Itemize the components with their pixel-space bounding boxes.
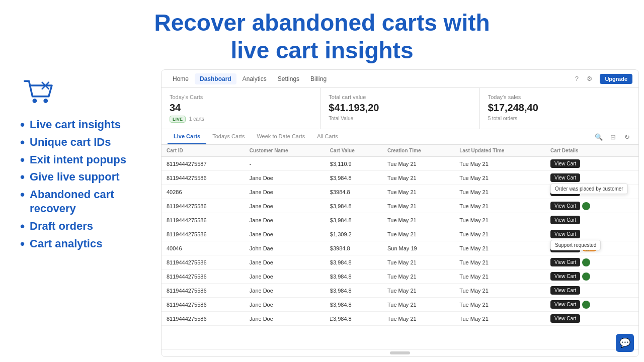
green-badge xyxy=(582,258,590,266)
stat-cart-value: Total cart value $41.193,20 Total Value xyxy=(320,88,479,129)
order-tooltip: Order was placed by customer xyxy=(550,184,628,194)
cell-creation-time: Tue May 21 xyxy=(382,269,454,284)
nav-analytics[interactable]: Analytics xyxy=(237,73,272,84)
hero-header: Recover abandoned carts with live cart i… xyxy=(0,0,644,69)
view-cart-button[interactable]: View Cart xyxy=(550,286,580,295)
col-cart-value: Cart Value xyxy=(325,145,382,157)
nav-dashboard[interactable]: Dashboard xyxy=(195,73,236,84)
filter-icon[interactable]: ⊟ xyxy=(607,131,618,142)
cell-cart-value: $3984.8 xyxy=(325,241,382,255)
view-cart-button[interactable]: View Cart xyxy=(550,202,580,210)
bullet-item-6: Draft orders xyxy=(20,219,151,234)
view-cart-button[interactable]: View Cart xyxy=(550,230,580,238)
settings-icon[interactable]: ⚙ xyxy=(585,74,595,84)
tab-week-carts[interactable]: Week to Date Carts xyxy=(251,129,311,144)
cell-customer-name: - xyxy=(245,157,325,171)
tab-all-carts[interactable]: All Carts xyxy=(311,129,344,144)
table-row: 8119444275586 Jane Doe $3,984.8 Tue May … xyxy=(162,255,638,269)
view-cart-button[interactable]: View Cart xyxy=(550,272,580,281)
green-badge xyxy=(582,301,590,309)
table-area: Live Carts Todays Carts Week to Date Car… xyxy=(162,129,638,356)
stat-sales-label: Today's sales xyxy=(488,94,630,100)
cell-updated-time: Tue May 21 xyxy=(454,213,545,227)
tab-row: Live Carts Todays Carts Week to Date Car… xyxy=(162,129,638,145)
stat-sales: Today's sales $17,248,40 5 total orders xyxy=(480,88,638,129)
cell-cart-id: 8119444275586 xyxy=(162,298,245,312)
cell-customer-name: Jane Doe xyxy=(245,213,325,227)
stat-carts-value: 34 xyxy=(170,102,312,114)
cell-creation-time: Tue May 21 xyxy=(382,227,454,241)
cell-customer-name: Jane Doe xyxy=(245,185,325,199)
bullet-item-3: Exit intent popups xyxy=(20,153,151,167)
cell-creation-time: Tue May 21 xyxy=(382,284,454,298)
view-cart-button[interactable]: View Cart xyxy=(550,159,580,168)
table-row: 8119444275586 Jane Doe $1,309.2 Tue May … xyxy=(162,227,638,241)
cell-cart-details: View Cart xyxy=(545,312,638,326)
cell-cart-details: View Cart xyxy=(545,199,638,213)
nav-billing[interactable]: Billing xyxy=(305,73,332,84)
cell-customer-name: Jane Doe xyxy=(245,227,325,241)
tab-live-carts[interactable]: Live Carts xyxy=(168,129,206,144)
live-badge: LIVE xyxy=(170,116,186,123)
upgrade-button[interactable]: Upgrade xyxy=(600,74,632,84)
cell-cart-details: View Cart xyxy=(545,269,638,284)
cell-updated-time: Tue May 21 xyxy=(454,312,545,326)
scroll-thumb xyxy=(390,351,410,354)
tab-todays-carts[interactable]: Todays Carts xyxy=(206,129,251,144)
cell-updated-time: Tue May 21 xyxy=(454,199,545,213)
col-customer-name: Customer Name xyxy=(245,145,325,157)
left-panel: Live cart insights Unique cart IDs Exit … xyxy=(0,69,161,362)
view-cart-button[interactable]: View Cart xyxy=(550,216,580,224)
cell-creation-time: Tue May 21 xyxy=(382,298,454,312)
view-cart-button[interactable]: View Cart xyxy=(550,173,580,182)
green-badge xyxy=(582,202,590,210)
cell-cart-value: $3,984.8 xyxy=(325,298,382,312)
stat-sales-value: $17,248,40 xyxy=(488,102,630,114)
view-cart-button[interactable]: View Cart xyxy=(550,300,580,309)
stats-row: Today's Carts 34 LIVE 1 carts Total cart… xyxy=(162,88,638,129)
cell-cart-id: 8119444275586 xyxy=(162,199,245,213)
cell-cart-details: View Cart xyxy=(545,213,638,227)
feature-list: Live cart insights Unique cart IDs Exit … xyxy=(20,118,151,254)
cell-cart-value: $3,984.8 xyxy=(325,255,382,269)
cell-updated-time: Tue May 21 xyxy=(454,171,545,185)
stat-cart-value-value: $41.193,20 xyxy=(329,102,471,114)
nav-icon-group: ? ⚙ xyxy=(572,74,595,84)
stat-cart-value-sub: Total Value xyxy=(329,116,471,121)
search-icon[interactable]: 🔍 xyxy=(593,131,604,142)
cell-updated-time: Tue May 21 xyxy=(454,185,545,199)
table-row: 8119444275587 - $3,110.9 Tue May 21 Tue … xyxy=(162,157,638,171)
cell-cart-id: 40286 xyxy=(162,185,245,199)
cell-cart-id: 8119444275586 xyxy=(162,171,245,185)
chat-button[interactable]: 💬 xyxy=(616,334,634,352)
table-row: 8119444275586 Jane Doe £3,984.8 Tue May … xyxy=(162,312,638,326)
right-panel: Home Dashboard Analytics Settings Billin… xyxy=(161,69,644,362)
refresh-icon[interactable]: ↻ xyxy=(621,131,632,142)
cell-creation-time: Sun May 19 xyxy=(382,241,454,255)
cell-cart-id: 8119444275586 xyxy=(162,284,245,298)
cart-icon xyxy=(20,74,55,110)
cell-customer-name: Jane Doe xyxy=(245,171,325,185)
cell-cart-id: 8119444275587 xyxy=(162,157,245,171)
bullet-item-2: Unique cart IDs xyxy=(20,135,151,150)
help-icon[interactable]: ? xyxy=(572,74,582,84)
nav-settings[interactable]: Settings xyxy=(273,73,304,84)
cell-creation-time: Tue May 21 xyxy=(382,312,454,326)
cell-cart-value: $3,984.8 xyxy=(325,213,382,227)
nav-home[interactable]: Home xyxy=(168,73,194,84)
cell-cart-details: View Cart xyxy=(545,298,638,312)
hero-title: Recover abandoned carts with live cart i… xyxy=(0,9,644,64)
view-cart-button[interactable]: View Cart xyxy=(550,258,580,266)
cell-updated-time: Tue May 21 xyxy=(454,157,545,171)
stat-carts: Today's Carts 34 LIVE 1 carts xyxy=(162,88,320,129)
svg-point-0 xyxy=(33,99,37,104)
view-cart-button[interactable]: View Cart xyxy=(550,314,580,323)
table-scroll[interactable]: Cart ID Customer Name Cart Value Creatio… xyxy=(162,145,638,349)
svg-point-1 xyxy=(43,99,48,104)
main-content: Live cart insights Unique cart IDs Exit … xyxy=(0,69,644,362)
bullet-item-4: Give live support xyxy=(20,170,151,185)
col-updated-time: Last Updated Time xyxy=(454,145,545,157)
stat-carts-sub: LIVE 1 carts xyxy=(170,116,312,123)
cell-customer-name: Jane Doe xyxy=(245,199,325,213)
cell-cart-value: $3,984.8 xyxy=(325,171,382,185)
